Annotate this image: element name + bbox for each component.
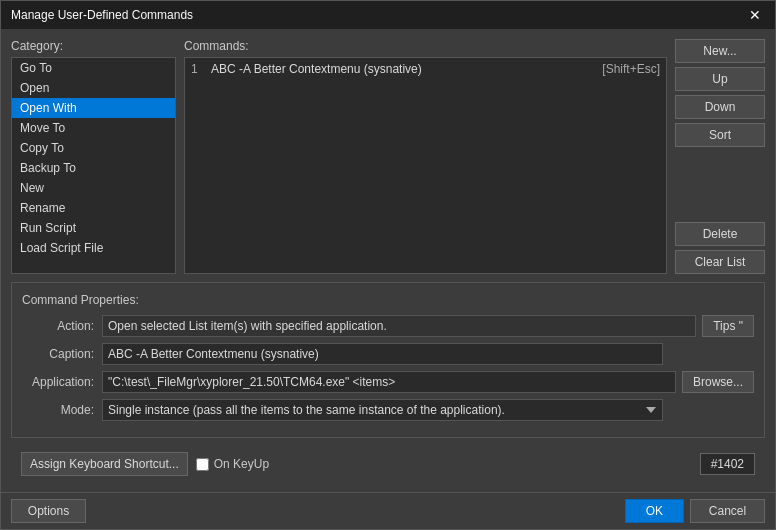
mode-row: Mode: Single instance (pass all the item… — [22, 399, 754, 421]
cmd-number: 1 — [191, 62, 211, 76]
footer-left: Options — [11, 499, 86, 523]
commands-label: Commands: — [184, 39, 667, 53]
key-badge: #1402 — [700, 453, 755, 475]
command-properties-section: Command Properties: Action: Tips " Capti… — [11, 282, 765, 438]
category-item-rename[interactable]: Rename — [12, 198, 175, 218]
category-panel: Category: Go To Open Open With Move To C… — [11, 39, 176, 274]
new-button[interactable]: New... — [675, 39, 765, 63]
cmd-name: ABC -A Better Contextmenu (sysnative) — [211, 62, 582, 76]
caption-input[interactable] — [102, 343, 663, 365]
action-label: Action: — [22, 319, 102, 333]
cmd-shortcut: [Shift+Esc] — [582, 62, 660, 76]
clear-list-button[interactable]: Clear List — [675, 250, 765, 274]
on-keyup-text: On KeyUp — [214, 457, 269, 471]
browse-button[interactable]: Browse... — [682, 371, 754, 393]
application-input[interactable] — [102, 371, 676, 393]
caption-label: Caption: — [22, 347, 102, 361]
category-label: Category: — [11, 39, 176, 53]
top-section: Category: Go To Open Open With Move To C… — [11, 39, 765, 274]
down-button[interactable]: Down — [675, 95, 765, 119]
tips-button[interactable]: Tips " — [702, 315, 754, 337]
category-item-moveto[interactable]: Move To — [12, 118, 175, 138]
application-row: Application: Browse... — [22, 371, 754, 393]
category-item-goto[interactable]: Go To — [12, 58, 175, 78]
on-keyup-label: On KeyUp — [196, 457, 269, 471]
table-row[interactable]: 1 ABC -A Better Contextmenu (sysnative) … — [187, 60, 664, 78]
close-button[interactable]: ✕ — [745, 7, 765, 23]
dialog: Manage User-Defined Commands ✕ Category:… — [0, 0, 776, 530]
application-label: Application: — [22, 375, 102, 389]
category-item-loadscript[interactable]: Load Script File — [12, 238, 175, 258]
mode-label: Mode: — [22, 403, 102, 417]
footer-section: Assign Keyboard Shortcut... On KeyUp #14… — [11, 446, 765, 482]
footer-right: OK Cancel — [625, 499, 765, 523]
delete-button[interactable]: Delete — [675, 222, 765, 246]
category-item-open[interactable]: Open — [12, 78, 175, 98]
category-item-backupto[interactable]: Backup To — [12, 158, 175, 178]
category-item-copyto[interactable]: Copy To — [12, 138, 175, 158]
mode-select[interactable]: Single instance (pass all the items to t… — [102, 399, 663, 421]
category-item-openwith[interactable]: Open With — [12, 98, 175, 118]
category-list[interactable]: Go To Open Open With Move To Copy To Bac… — [11, 57, 176, 274]
options-button[interactable]: Options — [11, 499, 86, 523]
category-item-new[interactable]: New — [12, 178, 175, 198]
category-item-runscript[interactable]: Run Script — [12, 218, 175, 238]
action-row: Action: Tips " — [22, 315, 754, 337]
cancel-button[interactable]: Cancel — [690, 499, 765, 523]
dialog-body: Category: Go To Open Open With Move To C… — [1, 29, 775, 492]
on-keyup-checkbox[interactable] — [196, 458, 209, 471]
command-properties-label: Command Properties: — [22, 293, 754, 307]
up-button[interactable]: Up — [675, 67, 765, 91]
action-buttons: New... Up Down Sort Delete Clear List — [675, 39, 765, 274]
caption-row: Caption: — [22, 343, 754, 365]
action-input[interactable] — [102, 315, 696, 337]
ok-button[interactable]: OK — [625, 499, 684, 523]
assign-shortcut-button[interactable]: Assign Keyboard Shortcut... — [21, 452, 188, 476]
dialog-footer: Options OK Cancel — [1, 492, 775, 529]
dialog-title: Manage User-Defined Commands — [11, 8, 193, 22]
commands-list[interactable]: 1 ABC -A Better Contextmenu (sysnative) … — [184, 57, 667, 274]
sort-button[interactable]: Sort — [675, 123, 765, 147]
commands-panel: Commands: 1 ABC -A Better Contextmenu (s… — [184, 39, 667, 274]
title-bar: Manage User-Defined Commands ✕ — [1, 1, 775, 29]
